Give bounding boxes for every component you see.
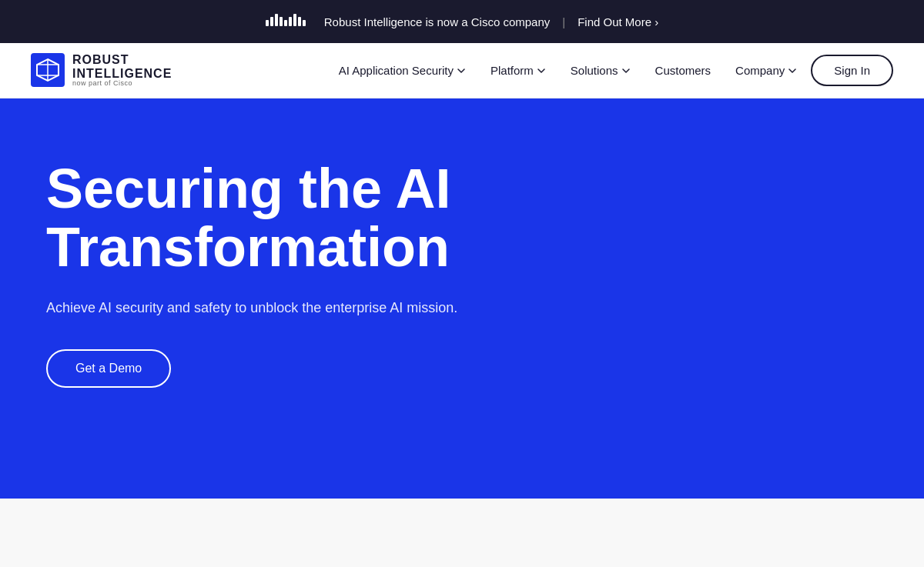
announcement-text: Robust Intelligence is now a Cisco compa… xyxy=(324,15,550,28)
logo-intelligence: INTELLIGENCE xyxy=(72,67,172,81)
svg-rect-7 xyxy=(298,17,301,26)
nav-label-customers: Customers xyxy=(655,64,711,77)
logo-robust: ROBUST xyxy=(72,53,172,67)
svg-rect-3 xyxy=(280,17,283,26)
hero-subtitle: Achieve AI security and safety to unbloc… xyxy=(46,298,477,319)
logo-text: ROBUST INTELLIGENCE now part of Cisco xyxy=(72,53,172,88)
nav-label-company: Company xyxy=(735,64,785,77)
svg-rect-1 xyxy=(270,17,273,26)
nav-item-solutions[interactable]: Solutions xyxy=(560,58,641,83)
logo-link[interactable]: ROBUST INTELLIGENCE now part of Cisco xyxy=(31,53,172,88)
svg-rect-2 xyxy=(275,14,278,26)
nav-label-solutions: Solutions xyxy=(571,64,618,77)
hero-title-line2: Transformation xyxy=(46,216,450,278)
get-demo-button[interactable]: Get a Demo xyxy=(46,349,171,388)
find-out-more-link[interactable]: Find Out More › xyxy=(578,15,658,28)
sign-in-button[interactable]: Sign In xyxy=(811,55,893,86)
navbar: ROBUST INTELLIGENCE now part of Cisco AI… xyxy=(0,43,924,98)
nav-item-company[interactable]: Company xyxy=(725,58,808,83)
cisco-logo xyxy=(266,12,312,31)
nav-item-platform[interactable]: Platform xyxy=(480,58,557,83)
chevron-down-icon xyxy=(457,66,466,75)
chevron-down-icon-company xyxy=(788,66,797,75)
svg-rect-5 xyxy=(289,17,292,26)
hero-title-line1: Securing the AI xyxy=(46,158,450,219)
hero-title: Securing the AI Transformation xyxy=(46,160,508,276)
chevron-down-icon-solutions xyxy=(621,66,631,75)
nav-label-ai-security: AI Application Security xyxy=(339,64,454,77)
svg-rect-6 xyxy=(293,14,296,26)
nav-links: AI Application Security Platform Solutio… xyxy=(328,55,893,86)
bottom-section xyxy=(0,499,924,567)
announcement-divider: | xyxy=(562,15,565,28)
svg-rect-8 xyxy=(303,20,306,26)
svg-rect-4 xyxy=(284,20,287,26)
announcement-bar: Robust Intelligence is now a Cisco compa… xyxy=(0,0,924,43)
chevron-down-icon-platform xyxy=(537,66,546,75)
hero-section: Securing the AI Transformation Achieve A… xyxy=(0,98,924,499)
logo-part-of: now part of Cisco xyxy=(72,80,172,88)
nav-label-platform: Platform xyxy=(490,64,534,77)
svg-rect-0 xyxy=(266,20,269,26)
nav-item-customers[interactable]: Customers xyxy=(644,58,722,83)
nav-item-ai-security[interactable]: AI Application Security xyxy=(328,58,477,83)
